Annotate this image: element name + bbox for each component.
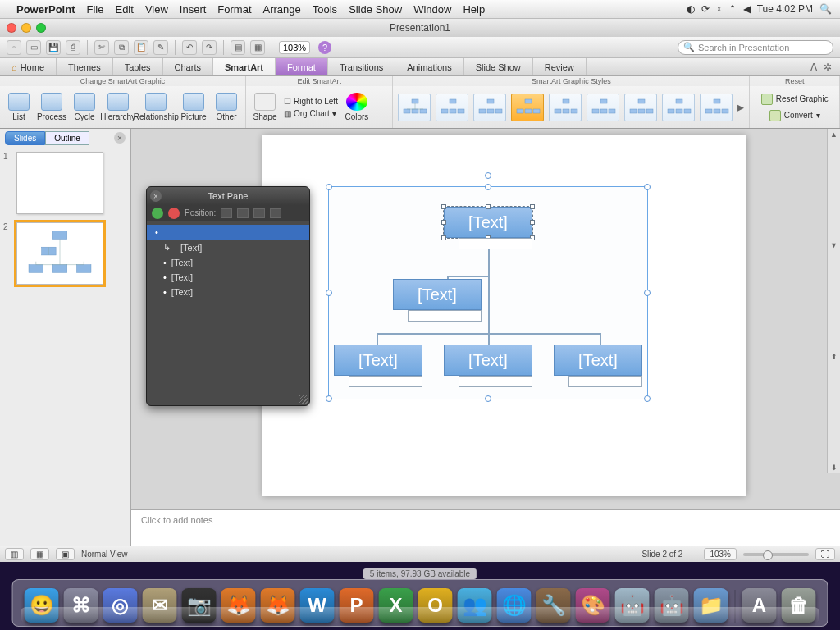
- status-icon[interactable]: ◐: [687, 3, 695, 15]
- qat-copy-icon[interactable]: ⧉: [114, 40, 129, 55]
- zoom-slider[interactable]: [743, 553, 809, 556]
- smartart-subnode[interactable]: [459, 376, 532, 387]
- shape-button[interactable]: Shape: [251, 93, 279, 121]
- search-field[interactable]: 🔍 Search in Presentation: [678, 40, 833, 55]
- dock-icon-19[interactable]: 🗑: [782, 588, 816, 623]
- smartart-node-assistant[interactable]: [Text]: [393, 279, 482, 310]
- position-btn-4[interactable]: [270, 208, 281, 218]
- style-item-4-selected[interactable]: [511, 94, 544, 121]
- resize-handle-ne[interactable]: [644, 184, 651, 190]
- textpane-item-4[interactable]: •[Text]: [147, 285, 309, 299]
- menu-slideshow[interactable]: Slide Show: [349, 3, 402, 16]
- smartart-subnode[interactable]: [408, 310, 482, 322]
- wifi-icon[interactable]: ⌃: [728, 3, 737, 15]
- dock-icon-1[interactable]: ⌘: [64, 588, 98, 623]
- resize-handle-sw[interactable]: [326, 395, 332, 402]
- tab-smartart[interactable]: SmartArt: [213, 58, 276, 75]
- dock-icon-13[interactable]: 🔧: [536, 588, 571, 623]
- ribbon-collapse-icon[interactable]: ᐱ: [810, 62, 817, 73]
- textpane-add-button[interactable]: [152, 208, 163, 219]
- dock-icon-12[interactable]: 🌐: [497, 588, 532, 623]
- qat-slide2-icon[interactable]: ▦: [250, 40, 265, 55]
- menu-tools[interactable]: Tools: [313, 3, 337, 16]
- menu-arrange[interactable]: Arrange: [263, 3, 301, 16]
- qat-redo-icon[interactable]: ↷: [202, 40, 217, 55]
- textpane-item-1[interactable]: ↳[Text]: [147, 240, 309, 255]
- text-pane-titlebar[interactable]: × Text Pane: [147, 187, 309, 205]
- dock-icon-6[interactable]: 🦊: [261, 588, 295, 623]
- resize-handle-nw[interactable]: [326, 184, 332, 190]
- tab-charts[interactable]: Charts: [163, 58, 213, 75]
- tab-themes[interactable]: Themes: [57, 58, 113, 75]
- slide-thumb-2[interactable]: 2: [3, 222, 127, 285]
- qat-zoom-value[interactable]: 103%: [279, 41, 310, 54]
- dock-icon-11[interactable]: 👥: [458, 588, 492, 623]
- text-pane-close-icon[interactable]: ×: [150, 190, 162, 202]
- smartart-process-button[interactable]: Process: [38, 93, 66, 121]
- resize-handle-s[interactable]: [485, 395, 491, 402]
- textpane-item-3[interactable]: •[Text]: [147, 270, 309, 285]
- dock-icon-8[interactable]: P: [340, 588, 374, 623]
- scroll-up-icon[interactable]: ▲: [830, 130, 838, 139]
- colors-button[interactable]: Colors: [343, 93, 371, 121]
- qat-open-icon[interactable]: ▭: [26, 40, 41, 55]
- position-btn-3[interactable]: [253, 208, 265, 218]
- ribbon-settings-icon[interactable]: ✲: [824, 62, 832, 73]
- smartart-list-button[interactable]: List: [5, 93, 33, 121]
- dock-icon-14[interactable]: 🎨: [576, 588, 610, 623]
- text-pane-resize-handle[interactable]: [299, 395, 308, 404]
- smartart-node-root[interactable]: [Text]: [444, 207, 532, 238]
- textpane-item-0[interactable]: •: [147, 225, 309, 240]
- resize-handle-se[interactable]: [644, 395, 651, 402]
- smartart-selection[interactable]: [Text] [Text] [Text] [Text] [Text]: [328, 186, 648, 399]
- qat-slide1-icon[interactable]: ▤: [231, 40, 245, 55]
- dock-icon-5[interactable]: 🦊: [221, 588, 256, 623]
- smartart-picture-button[interactable]: Picture: [180, 93, 208, 121]
- view-sorter-icon[interactable]: ▦: [30, 548, 49, 560]
- text-pane[interactable]: × Text Pane Position: •: [146, 186, 310, 406]
- dock-icon-4[interactable]: 📷: [182, 588, 217, 623]
- qat-new-icon[interactable]: ▫: [7, 40, 21, 55]
- style-item-3[interactable]: [473, 94, 506, 121]
- smartart-subnode[interactable]: [568, 376, 642, 387]
- bluetooth-icon[interactable]: ᚼ: [716, 3, 722, 15]
- sync-icon[interactable]: ⟳: [701, 3, 710, 15]
- textpane-input-0[interactable]: [163, 227, 301, 237]
- menu-window[interactable]: Window: [413, 3, 451, 16]
- tab-slideshow[interactable]: Slide Show: [464, 58, 533, 75]
- scroll-down-icon[interactable]: ▼: [830, 241, 838, 249]
- menubar-clock[interactable]: Tue 4:02 PM: [757, 3, 813, 15]
- qat-cut-icon[interactable]: ✄: [94, 40, 109, 55]
- dock-icon-15[interactable]: 🤖: [615, 588, 650, 623]
- dock-icon-7[interactable]: W: [300, 588, 335, 623]
- convert-button[interactable]: Convert▾: [769, 110, 820, 121]
- smartart-node-child1[interactable]: [Text]: [334, 345, 422, 376]
- view-normal-icon[interactable]: ▥: [5, 548, 24, 560]
- dock-icon-2[interactable]: ◎: [103, 588, 138, 623]
- smartart-node-child2[interactable]: [Text]: [444, 345, 532, 376]
- next-slide-icon[interactable]: ⬇: [831, 463, 838, 472]
- right-to-left-checkbox[interactable]: ☐Right to Left: [284, 97, 338, 106]
- status-zoom-value[interactable]: 103%: [704, 548, 737, 560]
- tab-transitions[interactable]: Transitions: [328, 58, 395, 75]
- outline-tab[interactable]: Outline: [45, 131, 89, 145]
- menu-view[interactable]: View: [145, 3, 168, 16]
- dock-icon-16[interactable]: 🤖: [655, 588, 689, 623]
- style-item-7[interactable]: [624, 94, 657, 121]
- panel-close-icon[interactable]: ×: [114, 132, 126, 144]
- spotlight-icon[interactable]: 🔍: [819, 3, 832, 15]
- style-item-2[interactable]: [436, 94, 468, 121]
- reset-graphic-button[interactable]: Reset Graphic: [761, 94, 829, 105]
- org-chart-dropdown[interactable]: ▥Org Chart▾: [284, 109, 338, 118]
- style-item-5[interactable]: [549, 94, 582, 121]
- textpane-item-2[interactable]: •[Text]: [147, 255, 309, 270]
- smartart-relationship-button[interactable]: Relationship: [137, 93, 175, 121]
- qat-save-icon[interactable]: 💾: [46, 40, 61, 55]
- menu-insert[interactable]: Insert: [180, 3, 207, 16]
- resize-handle-n[interactable]: [485, 184, 491, 190]
- tab-tables[interactable]: Tables: [113, 58, 163, 75]
- dock-icon-17[interactable]: 📁: [694, 588, 728, 623]
- dock-icon-18[interactable]: A: [742, 588, 777, 623]
- slide-thumb-1[interactable]: 1: [3, 152, 127, 214]
- style-item-1[interactable]: [398, 94, 431, 121]
